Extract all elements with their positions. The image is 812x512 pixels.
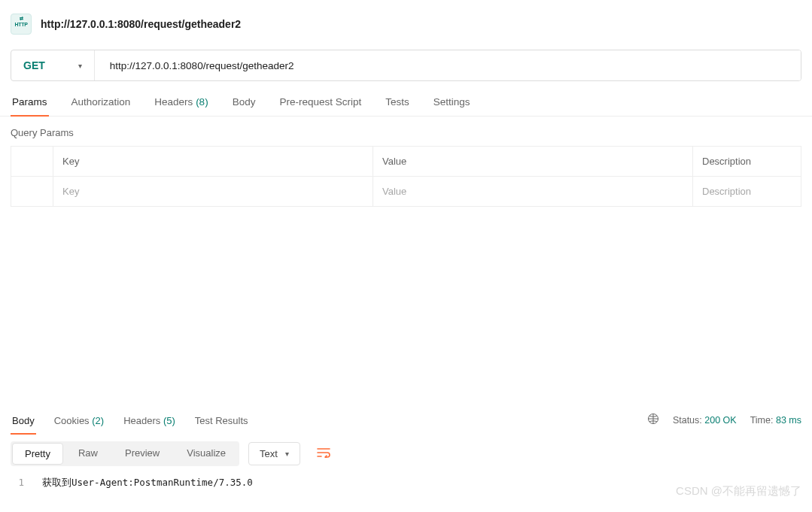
view-tab-raw[interactable]: Raw — [65, 441, 111, 466]
chevron-down-icon: ▾ — [285, 450, 289, 458]
globe-icon[interactable] — [647, 413, 659, 427]
value-cell — [373, 177, 693, 206]
value-input[interactable] — [382, 186, 683, 197]
response-meta: Status: 200 OK Time: 83 ms — [647, 413, 801, 427]
key-input[interactable] — [62, 186, 363, 197]
view-mode-tabs: Pretty Raw Preview Visualize — [11, 441, 239, 466]
description-cell — [693, 177, 801, 206]
checkbox-cell[interactable] — [11, 177, 53, 206]
view-controls: Pretty Raw Preview Visualize Text ▾ — [0, 434, 812, 472]
response-body: 1 获取到User-Agent:PostmanRuntime/7.35.0 — [0, 472, 812, 512]
key-header: Key — [53, 147, 373, 176]
description-header: Description — [693, 147, 801, 176]
params-table: Key Value Description — [11, 146, 801, 207]
http-method-icon: ⇄ HTTP — [11, 14, 32, 35]
tab-tests[interactable]: Tests — [384, 96, 411, 116]
tab-headers[interactable]: Headers (8) — [153, 96, 209, 116]
url-bar: GET ▾ — [11, 50, 801, 81]
format-select[interactable]: Text ▾ — [248, 442, 300, 465]
table-header-row: Key Value Description — [11, 147, 801, 177]
request-title: http://127.0.0.1:8080/request/getheader2 — [41, 18, 241, 30]
table-row — [11, 177, 801, 207]
method-label: GET — [23, 59, 45, 71]
response-tabs: Body Cookies (2) Headers (5) Test Result… — [11, 406, 250, 434]
resp-tab-headers[interactable]: Headers (5) — [122, 406, 177, 434]
code-line: 1 获取到User-Agent:PostmanRuntime/7.35.0 — [11, 477, 801, 489]
view-tab-preview[interactable]: Preview — [111, 441, 173, 466]
resp-tab-test-results[interactable]: Test Results — [193, 406, 250, 434]
method-select[interactable]: GET ▾ — [11, 50, 95, 80]
value-header: Value — [373, 147, 693, 176]
description-input[interactable] — [702, 186, 792, 197]
tab-pre-request[interactable]: Pre-request Script — [278, 96, 363, 116]
view-tab-visualize[interactable]: Visualize — [173, 441, 239, 466]
tab-header: ⇄ HTTP http://127.0.0.1:8080/request/get… — [0, 0, 812, 42]
checkbox-header-cell — [11, 147, 53, 176]
resp-tab-cookies[interactable]: Cookies (2) — [53, 406, 105, 434]
resp-tab-body[interactable]: Body — [11, 406, 36, 434]
tab-authorization[interactable]: Authorization — [70, 96, 132, 116]
line-content[interactable]: 获取到User-Agent:PostmanRuntime/7.35.0 — [42, 477, 253, 489]
status-meta[interactable]: Status: 200 OK — [673, 415, 737, 426]
query-params-label: Query Params — [0, 117, 812, 146]
time-meta[interactable]: Time: 83 ms — [750, 415, 801, 426]
url-input[interactable] — [95, 50, 801, 80]
line-number: 1 — [11, 477, 24, 488]
wrap-lines-icon[interactable] — [309, 443, 338, 465]
tab-body[interactable]: Body — [231, 96, 257, 116]
chevron-down-icon: ▾ — [78, 62, 82, 70]
tab-params[interactable]: Params — [11, 96, 49, 116]
tab-settings[interactable]: Settings — [432, 96, 472, 116]
view-tab-pretty[interactable]: Pretty — [12, 443, 63, 465]
response-panel: Body Cookies (2) Headers (5) Test Result… — [0, 406, 812, 512]
key-cell — [53, 177, 373, 206]
request-tabs: Params Authorization Headers (8) Body Pr… — [0, 81, 812, 117]
